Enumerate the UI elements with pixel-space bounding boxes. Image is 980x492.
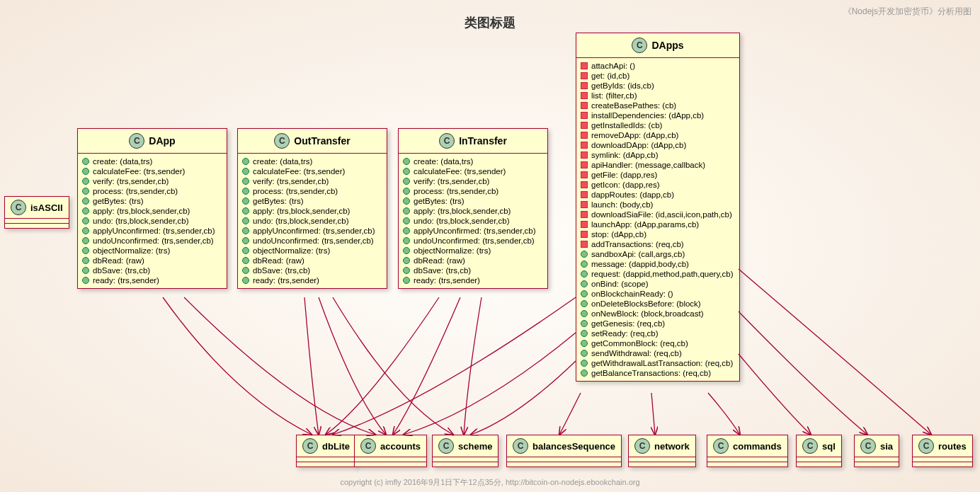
private-icon — [581, 92, 588, 99]
public-icon — [242, 227, 249, 234]
member-row: dbRead: (raw) — [82, 256, 222, 265]
member-signature: getWithdrawalLastTransaction: (req,cb) — [591, 359, 733, 367]
class-name: balancesSequence — [532, 441, 615, 452]
public-icon — [82, 178, 89, 185]
public-icon — [82, 188, 89, 195]
member-signature: removeDApp: (dApp,cb) — [591, 131, 678, 139]
public-icon — [403, 247, 410, 254]
public-icon — [82, 227, 89, 234]
member-signature: getCommonBlock: (req,cb) — [591, 339, 688, 348]
public-icon — [82, 168, 89, 175]
member-signature: undo: (trs,block,sender,cb) — [414, 217, 510, 225]
member-signature: getBytes: (trs) — [414, 197, 465, 205]
member-row: sendWithdrawal: (req,cb) — [581, 348, 735, 358]
member-signature: getIcon: (dapp,res) — [591, 181, 660, 189]
class-OutTransfer: COutTransfer create: (data,trs)calculate… — [237, 128, 387, 289]
member-signature: getBytes: (trs) — [253, 197, 304, 205]
diagram-title: 类图标题 — [465, 14, 515, 31]
member-row: getBalanceTransactions: (req,cb) — [581, 368, 735, 378]
class-icon: C — [513, 438, 528, 454]
public-icon — [82, 217, 89, 224]
class-icon: C — [802, 438, 818, 454]
member-row: getBytes: (trs) — [403, 196, 543, 206]
member-signature: attachApi: () — [591, 62, 635, 70]
member-signature: getBytes: (trs) — [93, 197, 144, 205]
member-signature: getGenesis: (req,cb) — [591, 319, 665, 328]
member-row: installDependencies: (dApp,cb) — [581, 110, 735, 120]
public-icon — [581, 270, 588, 278]
member-row: undo: (trs,block,sender,cb) — [82, 216, 222, 226]
member-signature: onBlockchainReady: () — [591, 290, 673, 298]
class-isASCII: CisASCII — [4, 196, 69, 229]
member-row: message: (dappid,body,cb) — [581, 259, 735, 269]
public-icon — [242, 168, 249, 175]
member-row: dappRoutes: (dapp,cb) — [581, 190, 735, 200]
class-name: accounts — [380, 441, 421, 452]
member-row: getWithdrawalLastTransaction: (req,cb) — [581, 358, 735, 368]
member-row: process: (trs,sender,cb) — [82, 186, 222, 196]
member-signature: apply: (trs,block,sender,cb) — [414, 207, 511, 215]
member-signature: verify: (trs,sender,cb) — [93, 177, 169, 185]
member-signature: onNewBlock: (block,broadcast) — [591, 309, 704, 318]
public-icon — [403, 257, 410, 264]
member-signature: verify: (trs,sender,cb) — [414, 177, 489, 185]
private-icon — [581, 221, 588, 228]
member-row: ready: (trs,sender) — [82, 275, 222, 285]
public-icon — [581, 320, 588, 327]
member-row: stop: (dApp,cb) — [581, 229, 735, 239]
private-icon — [581, 102, 588, 109]
class-name: commands — [733, 441, 782, 452]
member-signature: ready: (trs,sender) — [253, 276, 319, 285]
member-row: getBytes: (trs) — [82, 196, 222, 206]
class-body-InTransfer: create: (data,trs)calculateFee: (trs,sen… — [399, 154, 547, 288]
member-row: undo: (trs,block,sender,cb) — [242, 216, 382, 226]
member-signature: undo: (trs,block,sender,cb) — [93, 217, 189, 225]
public-icon — [581, 280, 588, 287]
class-name: dbLite — [322, 441, 350, 452]
public-icon — [82, 247, 89, 254]
member-row: process: (trs,sender,cb) — [242, 186, 382, 196]
member-signature: onDeleteBlocksBefore: (block) — [591, 299, 701, 308]
public-icon — [242, 188, 249, 195]
public-icon — [242, 217, 249, 224]
member-row: applyUnconfirmed: (trs,sender,cb) — [242, 226, 382, 236]
private-icon — [581, 122, 588, 129]
class-name: network — [654, 441, 690, 452]
member-row: apply: (trs,block,sender,cb) — [403, 206, 543, 216]
member-signature: calculateFee: (trs,sender) — [253, 167, 345, 176]
member-signature: launch: (body,cb) — [591, 200, 653, 209]
member-signature: getByIds: (ids,cb) — [591, 81, 654, 90]
member-row: ready: (trs,sender) — [403, 275, 543, 285]
private-icon — [581, 132, 588, 139]
class-dbLite: CdbLite — [296, 435, 356, 467]
member-row: sandboxApi: (call,args,cb) — [581, 249, 735, 259]
member-signature: list: (filter,cb) — [591, 91, 637, 100]
private-icon — [581, 201, 588, 208]
member-row: undoUnconfirmed: (trs,sender,cb) — [403, 236, 543, 246]
member-row: calculateFee: (trs,sender) — [242, 166, 382, 176]
class-icon: C — [11, 200, 26, 215]
member-signature: dbRead: (raw) — [93, 256, 144, 265]
member-signature: apply: (trs,block,sender,cb) — [93, 207, 190, 215]
member-signature: objectNormalize: (trs) — [93, 246, 170, 255]
private-icon — [581, 231, 588, 238]
class-name: sia — [880, 441, 893, 452]
public-icon — [242, 247, 249, 254]
member-signature: applyUnconfirmed: (trs,sender,cb) — [93, 227, 215, 235]
class-sia: Csia — [854, 435, 899, 467]
public-icon — [82, 257, 89, 264]
class-name: isASCII — [30, 202, 63, 213]
member-signature: verify: (trs,sender,cb) — [253, 177, 329, 185]
member-row: getIcon: (dapp,res) — [581, 180, 735, 190]
member-signature: process: (trs,sender,cb) — [414, 187, 498, 195]
member-signature: undoUnconfirmed: (trs,sender,cb) — [93, 236, 214, 245]
class-icon: C — [918, 438, 934, 454]
class-name: sql — [822, 441, 836, 452]
class-icon: C — [439, 133, 455, 149]
member-signature: getFile: (dapp,res) — [591, 171, 657, 179]
member-row: list: (filter,cb) — [581, 91, 735, 101]
class-name: DApps — [651, 40, 683, 51]
member-row: onDeleteBlocksBefore: (block) — [581, 299, 735, 309]
member-signature: downloadDApp: (dApp,cb) — [591, 141, 686, 149]
member-row: dbRead: (raw) — [403, 256, 543, 265]
